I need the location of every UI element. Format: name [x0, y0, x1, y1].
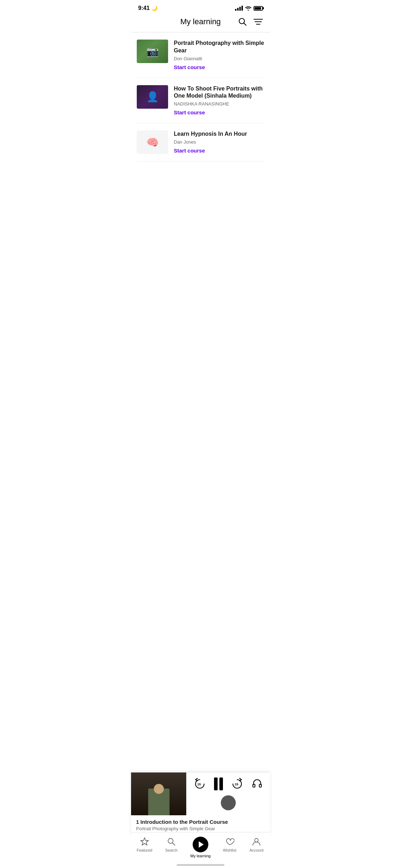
course-author-1: Don Giannatti [174, 56, 264, 61]
course-thumbnail-1 [137, 40, 168, 63]
filter-icon [254, 18, 263, 26]
signal-icon [235, 6, 243, 11]
status-time: 9:41 [138, 5, 150, 11]
course-thumbnail-3 [137, 130, 168, 154]
course-info-3: Learn Hypnosis In An Hour Dan Jones Star… [174, 130, 264, 154]
filter-button[interactable] [254, 18, 263, 26]
course-item-1: Portrait Photography with Simple Gear Do… [137, 32, 264, 78]
status-bar: 9:41 🌙 [131, 0, 270, 14]
page-title: My learning [180, 17, 221, 26]
course-item-3: Learn Hypnosis In An Hour Dan Jones Star… [137, 123, 264, 161]
page-header: My learning [131, 14, 270, 32]
start-course-button-2[interactable]: Start course [174, 109, 205, 115]
course-title-1: Portrait Photography with Simple Gear [174, 40, 264, 55]
course-thumbnail-2 [137, 85, 168, 109]
course-title-3: Learn Hypnosis In An Hour [174, 130, 264, 138]
course-info-2: How To Shoot Five Portraits with One Mod… [174, 85, 264, 116]
course-info-1: Portrait Photography with Simple Gear Do… [174, 40, 264, 71]
moon-icon: 🌙 [151, 5, 157, 11]
search-button[interactable] [238, 17, 247, 26]
course-list: Portrait Photography with Simple Gear Do… [131, 32, 270, 161]
start-course-button-1[interactable]: Start course [174, 64, 205, 70]
course-author-2: NADISHKA RANASINGHE [174, 101, 264, 107]
wifi-icon [245, 6, 251, 11]
course-author-3: Dan Jones [174, 139, 264, 145]
course-item-2: How To Shoot Five Portraits with One Mod… [137, 78, 264, 124]
course-title-2: How To Shoot Five Portraits with One Mod… [174, 85, 264, 100]
status-icons [235, 6, 263, 11]
battery-icon [254, 6, 263, 11]
svg-line-1 [244, 23, 246, 26]
search-icon [238, 17, 247, 26]
start-course-button-3[interactable]: Start course [174, 148, 205, 154]
